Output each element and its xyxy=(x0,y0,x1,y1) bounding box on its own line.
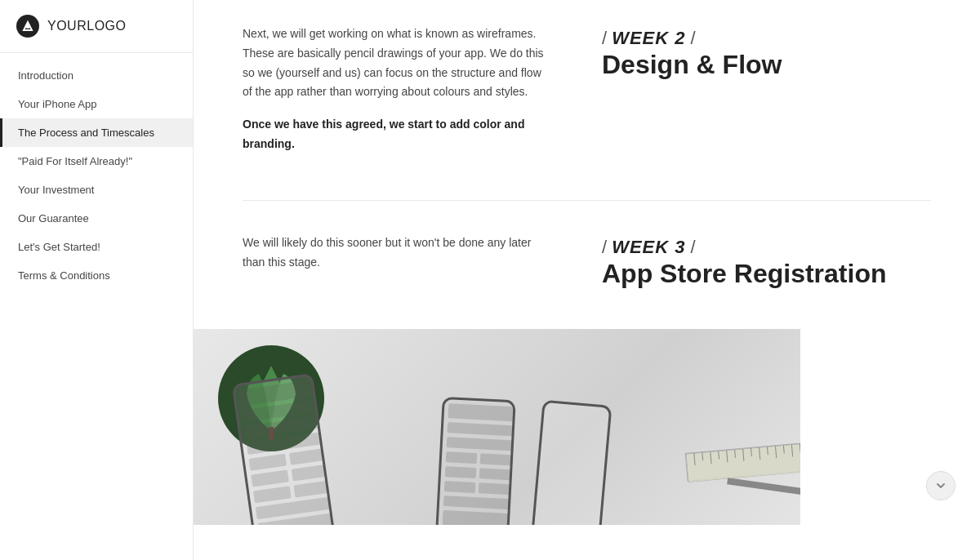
week2-text-col: Next, we will get working on what is kno… xyxy=(243,24,553,167)
sidebar-item-our-guarantee[interactable]: Our Guarantee xyxy=(0,204,193,233)
week2-slash-row: / WEEK 2 / xyxy=(602,28,847,49)
svg-rect-25 xyxy=(443,510,509,525)
logo-icon xyxy=(16,15,39,38)
svg-rect-18 xyxy=(446,451,478,464)
week3-section: We will likely do this sooner but it won… xyxy=(243,233,931,321)
svg-rect-15 xyxy=(448,403,514,421)
logo-text: YOURLOGO xyxy=(47,19,126,33)
week3-slash2: / xyxy=(690,237,695,258)
svg-rect-17 xyxy=(447,437,513,451)
week2-num: WEEK 2 xyxy=(612,28,685,49)
week3-slash-row: / WEEK 3 / xyxy=(602,237,886,258)
svg-point-1 xyxy=(25,24,30,29)
sidebar-item-terms-conditions[interactable]: Terms & Conditions xyxy=(0,261,193,290)
svg-rect-11 xyxy=(253,486,292,503)
week2-slash1: / xyxy=(602,28,607,49)
svg-rect-23 xyxy=(479,482,510,495)
week2-para2: Once we have this agreed, we start to ad… xyxy=(243,115,553,154)
logo-area: YOURLOGO xyxy=(0,0,193,53)
phone-template-2 xyxy=(434,397,516,525)
week3-text-col: We will likely do this sooner but it won… xyxy=(243,233,553,286)
svg-rect-20 xyxy=(445,466,477,478)
content-upper: Next, we will get working on what is kno… xyxy=(194,0,980,321)
ruler-decorative xyxy=(685,442,817,482)
svg-rect-12 xyxy=(294,481,328,497)
svg-rect-10 xyxy=(292,464,326,481)
white-panel xyxy=(800,329,980,525)
sidebar-item-lets-get-started[interactable]: Let's Get Started! xyxy=(0,233,193,261)
sidebar-item-introduction[interactable]: Introduction xyxy=(0,61,193,90)
scroll-button[interactable] xyxy=(926,471,956,500)
week3-para1: We will likely do this sooner but it won… xyxy=(243,233,553,273)
main-content: Next, we will get working on what is kno… xyxy=(194,0,980,560)
sidebar-item-paid-for-itself[interactable]: "Paid For Itself Already!" xyxy=(0,147,193,176)
sidebar-item-your-investment[interactable]: Your Investment xyxy=(0,176,193,204)
week3-slash1: / xyxy=(602,237,607,258)
week2-section: Next, we will get working on what is kno… xyxy=(243,24,931,200)
phone-template-3 xyxy=(531,400,612,525)
sidebar-item-the-process[interactable]: The Process and Timescales xyxy=(0,118,193,147)
sidebar-nav: Introduction Your iPhone App The Process… xyxy=(0,53,193,298)
svg-rect-16 xyxy=(448,422,514,436)
image-section xyxy=(194,329,980,525)
week2-label-col: / WEEK 2 / Design & Flow xyxy=(602,24,847,79)
week2-title: Design & Flow xyxy=(602,51,847,79)
sidebar: YOURLOGO Introduction Your iPhone App Th… xyxy=(0,0,194,560)
svg-rect-22 xyxy=(444,481,476,493)
week3-title: App Store Registration xyxy=(602,260,886,288)
sidebar-item-your-iphone-app[interactable]: Your iPhone App xyxy=(0,90,193,118)
svg-rect-9 xyxy=(251,469,289,487)
week2-divider xyxy=(243,200,931,201)
svg-rect-8 xyxy=(289,448,323,464)
week3-label-col: / WEEK 3 / App Store Registration xyxy=(602,233,886,288)
svg-rect-24 xyxy=(443,496,510,509)
svg-rect-7 xyxy=(248,454,287,471)
svg-rect-19 xyxy=(480,453,512,465)
week3-num: WEEK 3 xyxy=(612,237,685,258)
svg-rect-21 xyxy=(479,468,511,480)
week2-para1: Next, we will get working on what is kno… xyxy=(243,24,553,102)
svg-rect-26 xyxy=(686,442,818,482)
image-section-inner xyxy=(194,329,980,525)
week2-slash2: / xyxy=(690,28,695,49)
